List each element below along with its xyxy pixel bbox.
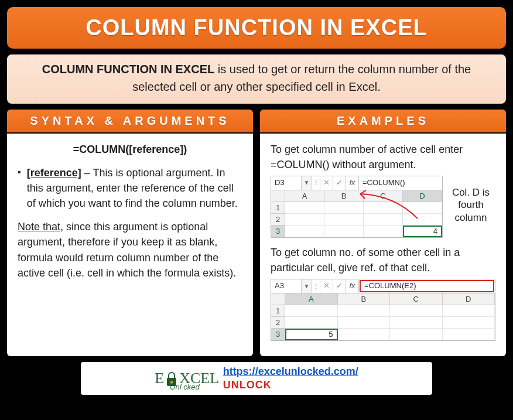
examples-header: EXAMPLES — [260, 110, 506, 132]
fx-icon: fx — [346, 176, 359, 190]
argument-name: [reference] — [27, 167, 81, 179]
col-header-active: D — [403, 190, 442, 202]
corner-cell — [271, 190, 285, 202]
active-cell: 4 — [403, 226, 442, 237]
col-header: B — [324, 190, 364, 202]
syntax-header: SYNTAX & ARGUMENTS — [7, 110, 253, 132]
cancel-icon: ✕ — [320, 176, 333, 190]
col-header: C — [364, 190, 403, 202]
excel-example-2: A3 ▼ ⋮ ✕ ✓ fx =COLUMN(E2) A B C D — [271, 279, 495, 341]
footer-text: https://excelunlocked.com/ UNLOCK — [223, 366, 358, 391]
footer: E XCEL Unl cked https://excelunlocked.co… — [81, 362, 432, 395]
padlock-icon — [165, 371, 178, 386]
corner-cell — [271, 293, 285, 305]
name-box: D3 — [271, 176, 302, 190]
spreadsheet-grid: A B C D 1 2 3 4 — [271, 190, 442, 237]
col-header: B — [338, 293, 391, 305]
footer-unlock: UNLOCK — [223, 379, 358, 391]
intro-box: COLUMN FUNCTION IN EXCEL is used to get … — [7, 54, 506, 104]
name-box: A3 — [271, 279, 302, 293]
example-note: Col. D is fourth column — [446, 176, 495, 224]
col-header: A — [285, 190, 324, 202]
col-header-active: A — [285, 293, 338, 305]
footer-link[interactable]: https://excelunlocked.com/ — [223, 366, 358, 378]
excel-screenshot-1: D3 ▼ ⋮ ✕ ✓ fx =COLUMN() A B C D 1 — [271, 176, 443, 238]
col-header: C — [390, 293, 443, 305]
row-header: 2 — [271, 214, 285, 226]
formula-text-highlighted: =COLUMN(E2) — [360, 280, 494, 292]
dropdown-icon: ▼ — [302, 279, 312, 293]
row-header-active: 3 — [271, 329, 285, 340]
logo-letter-e: E — [155, 370, 164, 387]
col-header: D — [443, 293, 495, 305]
excel-example-1: D3 ▼ ⋮ ✕ ✓ fx =COLUMN() A B C D 1 — [271, 176, 495, 238]
row-header-active: 3 — [271, 226, 285, 237]
formula-bar: A3 ▼ ⋮ ✕ ✓ fx =COLUMN(E2) — [271, 279, 495, 293]
examples-body: To get column number of active cell ente… — [260, 132, 506, 356]
excel-screenshot-2: A3 ▼ ⋮ ✕ ✓ fx =COLUMN(E2) A B C D — [271, 279, 495, 341]
note-prefix: Note that — [18, 221, 60, 233]
spreadsheet-grid: A B C D 1 2 3 5 — [271, 293, 495, 340]
example-desc-2: To get column no. of some other cell in … — [271, 245, 495, 275]
fx-icon: fx — [346, 279, 359, 293]
page-title: COLUMN FUNCTION IN EXCEL — [7, 15, 506, 40]
dots-icon: ⋮ — [312, 176, 320, 190]
intro-bold-title: COLUMN FUNCTION IN EXCEL — [42, 63, 214, 76]
examples-section: EXAMPLES To get column number of active … — [260, 110, 506, 356]
cancel-icon: ✕ — [320, 279, 333, 293]
dots-icon: ⋮ — [312, 279, 320, 293]
syntax-note: Note that, since this argument is option… — [18, 219, 242, 280]
active-cell: 5 — [285, 329, 338, 340]
check-icon: ✓ — [333, 279, 346, 293]
row-header: 1 — [271, 305, 285, 317]
content-columns: SYNTAX & ARGUMENTS =COLUMN([reference]) … — [7, 110, 506, 356]
argument-item: ▪ [reference] – This is optional argumen… — [18, 165, 242, 211]
example-desc-1: To get column number of active cell ente… — [271, 142, 495, 172]
syntax-body: =COLUMN([reference]) ▪ [reference] – Thi… — [7, 132, 253, 356]
row-header: 2 — [271, 317, 285, 329]
dropdown-icon: ▼ — [302, 176, 312, 190]
syntax-section: SYNTAX & ARGUMENTS =COLUMN([reference]) … — [7, 110, 253, 356]
formula-text: =COLUMN() — [359, 176, 442, 190]
formula-bar: D3 ▼ ⋮ ✕ ✓ fx =COLUMN() — [271, 176, 442, 190]
title-banner: COLUMN FUNCTION IN EXCEL — [7, 7, 506, 49]
bullet-icon: ▪ — [18, 165, 21, 211]
syntax-formula: =COLUMN([reference]) — [18, 142, 242, 157]
row-header: 1 — [271, 202, 285, 214]
check-icon: ✓ — [333, 176, 346, 190]
